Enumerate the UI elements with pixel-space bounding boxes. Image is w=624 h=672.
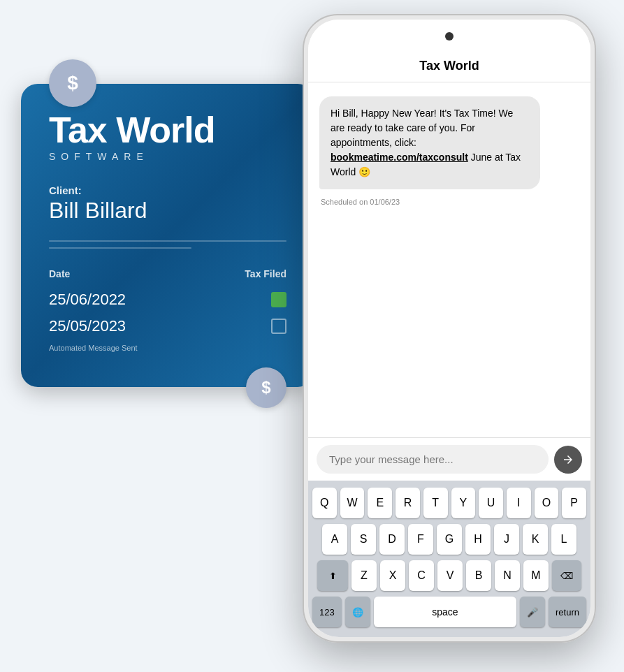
date-2: 25/05/2023 bbox=[49, 317, 126, 335]
keyboard-row-4: 123 🌐 space 🎤 return bbox=[312, 597, 586, 627]
key-g[interactable]: G bbox=[437, 524, 462, 555]
return-key[interactable]: return bbox=[549, 597, 586, 627]
key-p[interactable]: P bbox=[562, 488, 586, 518]
message-text: Hi Bill, Happy New Year! It's Tax Time! … bbox=[331, 106, 529, 180]
key-y[interactable]: Y bbox=[451, 488, 476, 518]
key-m[interactable]: M bbox=[523, 560, 549, 591]
card-dividers bbox=[49, 240, 286, 249]
auto-message: Automated Message Sent bbox=[49, 344, 286, 352]
divider-1 bbox=[49, 240, 286, 242]
message-input[interactable] bbox=[317, 445, 549, 474]
dollar-badge-bottom: $ bbox=[246, 367, 286, 408]
message-list: Hi Bill, Happy New Year! It's Tax Time! … bbox=[308, 82, 590, 437]
key-s[interactable]: S bbox=[351, 524, 376, 555]
message-bubble: Hi Bill, Happy New Year! It's Tax Time! … bbox=[319, 96, 540, 189]
key-c[interactable]: C bbox=[409, 560, 434, 591]
key-w[interactable]: W bbox=[340, 488, 365, 518]
dollar-badge-top: $ bbox=[49, 59, 96, 107]
key-j[interactable]: J bbox=[494, 524, 519, 555]
key-d[interactable]: D bbox=[379, 524, 405, 555]
client-label: Client: bbox=[49, 184, 286, 196]
message-timestamp: Scheduled on 01/06/23 bbox=[319, 198, 579, 206]
key-b[interactable]: B bbox=[466, 560, 491, 591]
key-q[interactable]: Q bbox=[312, 488, 337, 518]
card-wrapper: $ Tax World SOFTWARE Client: Bill Billar… bbox=[21, 84, 314, 387]
key-e[interactable]: E bbox=[368, 488, 392, 518]
col-date-header: Date bbox=[49, 268, 70, 279]
key-k[interactable]: K bbox=[523, 524, 548, 555]
message-text-part1: Hi Bill, Happy New Year! It's Tax Time! … bbox=[331, 108, 513, 148]
key-h[interactable]: H bbox=[465, 524, 491, 555]
key-z[interactable]: Z bbox=[351, 560, 377, 591]
keyboard-row-3: ⬆ Z X C V B N M ⌫ bbox=[312, 560, 586, 591]
keyboard-row-2: A S D F G H J K L bbox=[312, 524, 586, 555]
key-a[interactable]: A bbox=[322, 524, 347, 555]
key-u[interactable]: U bbox=[479, 488, 503, 518]
key-r[interactable]: R bbox=[396, 488, 420, 518]
key-t[interactable]: T bbox=[423, 488, 448, 518]
phone-screen: Tax World Hi Bill, Happy New Year! It's … bbox=[308, 20, 590, 637]
phone-frame: Tax World Hi Bill, Happy New Year! It's … bbox=[303, 14, 596, 643]
message-input-area bbox=[308, 437, 590, 481]
key-f[interactable]: F bbox=[408, 524, 433, 555]
phone-notch bbox=[308, 20, 590, 53]
mic-key[interactable]: 🎤 bbox=[520, 597, 545, 627]
backspace-key[interactable]: ⌫ bbox=[552, 560, 581, 591]
phone-header: Tax World bbox=[308, 53, 590, 82]
divider-2 bbox=[49, 247, 191, 249]
space-key[interactable]: space bbox=[374, 597, 516, 627]
key-i[interactable]: I bbox=[507, 488, 531, 518]
table-header: Date Tax Filed bbox=[49, 268, 286, 279]
table-row-1: 25/06/2022 bbox=[49, 291, 286, 309]
key-x[interactable]: X bbox=[380, 560, 405, 591]
tax-card: Tax World SOFTWARE Client: Bill Billard … bbox=[21, 84, 314, 387]
filed-checkbox-empty bbox=[271, 319, 286, 334]
key-o[interactable]: O bbox=[535, 488, 559, 518]
card-subtitle: SOFTWARE bbox=[49, 151, 286, 162]
numbers-key[interactable]: 123 bbox=[312, 597, 342, 627]
message-link[interactable]: bookmeatime.com/taxconsult bbox=[331, 152, 468, 163]
key-l[interactable]: L bbox=[551, 524, 576, 555]
filed-checkbox-checked bbox=[271, 292, 286, 307]
key-n[interactable]: N bbox=[495, 560, 520, 591]
keyboard-row-1: Q W E R T Y U I O P bbox=[312, 488, 586, 518]
phone-wrapper: Tax World Hi Bill, Happy New Year! It's … bbox=[303, 14, 596, 643]
card-title: Tax World bbox=[49, 112, 286, 148]
phone-title: Tax World bbox=[322, 59, 576, 73]
shift-key[interactable]: ⬆ bbox=[317, 560, 348, 591]
date-1: 25/06/2022 bbox=[49, 291, 126, 309]
send-button[interactable] bbox=[554, 446, 582, 474]
key-v[interactable]: V bbox=[437, 560, 463, 591]
col-filed-header: Tax Filed bbox=[245, 268, 286, 279]
send-icon bbox=[562, 453, 574, 466]
keyboard: Q W E R T Y U I O P A S D F G bbox=[308, 481, 590, 637]
globe-key[interactable]: 🌐 bbox=[345, 597, 370, 627]
front-camera bbox=[445, 32, 454, 41]
client-name: Bill Billard bbox=[49, 198, 286, 224]
table-row-2: 25/05/2023 bbox=[49, 317, 286, 335]
